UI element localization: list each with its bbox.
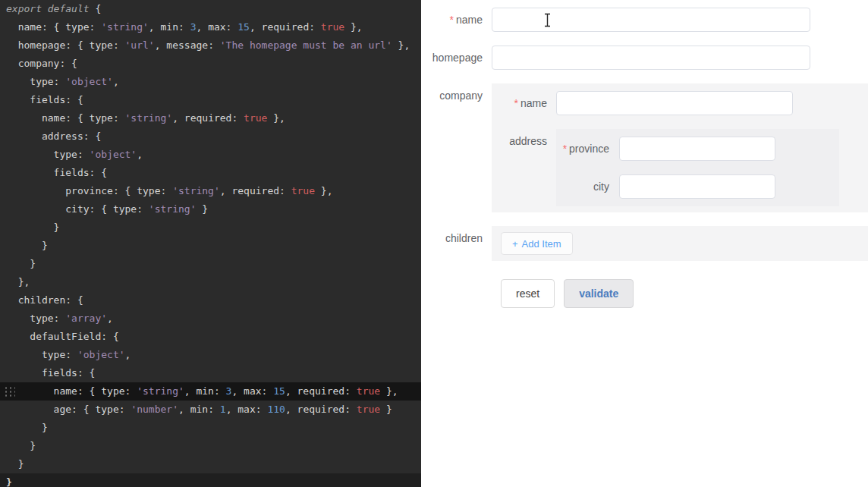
code-line: age: { type: 'number', min: 1, max: 110,… [0, 401, 421, 419]
code-line: }, [0, 273, 421, 291]
company-name-label: *name [492, 91, 556, 115]
code-line: type: 'object', [0, 346, 421, 364]
code-line: children: { [0, 291, 421, 309]
form-row-company: company *name address *province [421, 83, 868, 212]
province-label: *province [556, 137, 619, 161]
app-window: export default { name: { type: 'string',… [0, 0, 868, 487]
code-line: } [0, 218, 421, 237]
code-editor[interactable]: export default { name: { type: 'string',… [0, 0, 421, 487]
form-row-address: address *province city [492, 129, 868, 206]
code-line: fields: { [0, 164, 421, 182]
code-line: company: { [0, 55, 421, 73]
code-line: city: { type: 'string' } [0, 200, 421, 218]
code-line: } [0, 473, 421, 487]
code-line: } [0, 419, 421, 437]
code-line: homepage: { type: 'url', message: 'The h… [0, 36, 421, 55]
required-asterisk: * [514, 97, 518, 109]
code-line: province: { type: 'string', required: tr… [0, 182, 421, 200]
company-panel: *name address *province [492, 83, 868, 212]
address-panel: *province city [556, 129, 839, 206]
company-name-input[interactable] [556, 91, 793, 115]
code-line: } [0, 255, 421, 273]
code-line: name: { type: 'string', min: 3, max: 15,… [0, 382, 421, 401]
code-line: type: 'object', [0, 146, 421, 164]
children-label: children [421, 226, 492, 250]
code-line: } [0, 437, 421, 455]
address-label: address [492, 129, 556, 153]
homepage-label: homepage [421, 46, 492, 70]
form-actions: reset validate [501, 279, 868, 308]
homepage-input[interactable] [492, 46, 810, 70]
form-row-province: *province [556, 137, 839, 161]
children-panel: +Add Item [492, 226, 868, 261]
form-row-city: city [556, 174, 839, 199]
code-line: type: 'array', [0, 309, 421, 328]
code-line: type: 'object', [0, 73, 421, 91]
form-row-company-name: *name [492, 91, 868, 115]
validate-button[interactable]: validate [564, 279, 634, 308]
reset-button[interactable]: reset [501, 279, 555, 308]
add-item-button[interactable]: +Add Item [501, 232, 573, 255]
code-line: name: { type: 'string', min: 3, max: 15,… [0, 18, 421, 36]
code-line: } [0, 455, 421, 473]
form-preview: *name homepage company *name [421, 0, 868, 487]
city-input[interactable] [619, 174, 775, 199]
name-input[interactable] [492, 8, 810, 32]
form-row-name: *name [421, 8, 868, 32]
code-line: fields: { [0, 91, 421, 109]
required-asterisk: * [450, 14, 454, 26]
code-line: export default { [0, 0, 421, 18]
form-row-children: children +Add Item [421, 226, 868, 261]
plus-icon: + [512, 238, 518, 250]
code-line: } [0, 237, 421, 255]
mouse-ibeam-cursor-icon [543, 13, 552, 27]
required-asterisk: * [563, 143, 567, 155]
code-line: name: { type: 'string', required: true }… [0, 109, 421, 127]
name-label: *name [421, 8, 492, 32]
province-input[interactable] [619, 137, 775, 161]
city-label: city [556, 174, 619, 199]
code-line: fields: { [0, 364, 421, 382]
company-label: company [421, 83, 492, 108]
code-line: defaultField: { [0, 328, 421, 346]
code-line: address: { [0, 127, 421, 146]
form-row-homepage: homepage [421, 46, 868, 70]
